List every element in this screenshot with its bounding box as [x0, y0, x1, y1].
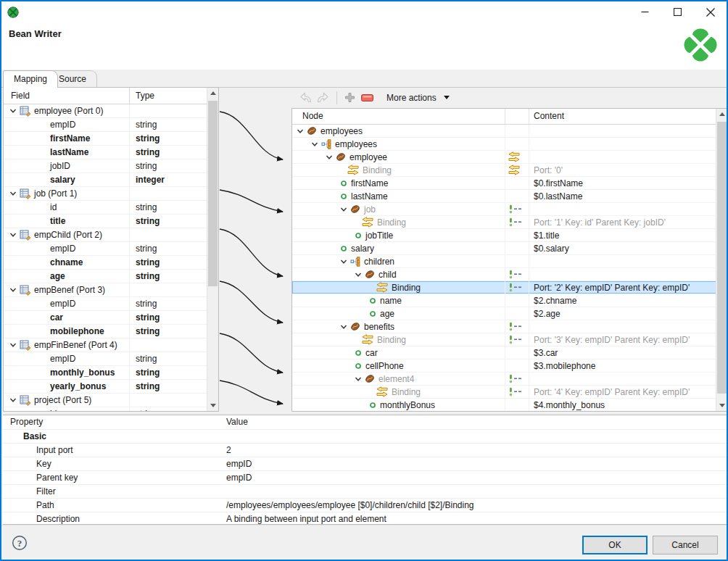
chevron-down-icon: [9, 190, 17, 197]
left-field-row[interactable]: monthly_bonusstring: [4, 366, 218, 380]
left-port-row[interactable]: project (Port 5): [4, 394, 218, 407]
field-cell: salary: [4, 173, 130, 186]
tree-row[interactable]: BindingPort: '3' Key: empID' Parent Key:…: [292, 333, 727, 346]
left-port-row[interactable]: empBenef (Port 3): [4, 283, 218, 297]
left-port-row[interactable]: employee (Port 0): [4, 104, 218, 118]
type-cell: string: [130, 381, 218, 391]
left-field-row[interactable]: titlestring: [4, 215, 218, 228]
close-button[interactable]: [694, 1, 727, 22]
tree-row[interactable]: BindingPort: '4' Key: empID' Parent Key:…: [292, 386, 727, 399]
redo-icon[interactable]: [315, 90, 331, 106]
left-table-scrollbar[interactable]: [207, 88, 218, 411]
node-cell: car: [292, 346, 505, 359]
add-element-icon[interactable]: [342, 90, 357, 106]
tab-source-label: Source: [59, 74, 86, 84]
tree-row[interactable]: employee: [292, 151, 727, 164]
scroll-up-icon[interactable]: [207, 88, 218, 99]
tree-row[interactable]: name$2.chname: [292, 294, 727, 307]
title-bar[interactable]: [1, 1, 727, 23]
mapping-status-cell: [505, 268, 529, 280]
scroll-down-icon[interactable]: [716, 400, 727, 411]
left-field-row[interactable]: mobilephonestring: [4, 325, 218, 338]
tree-row[interactable]: BindingPort: '1' Key: id' Parent Key: jo…: [292, 216, 727, 229]
property-value: empID: [219, 473, 728, 483]
undo-icon[interactable]: [297, 90, 313, 106]
property-row[interactable]: Input port2: [3, 443, 728, 457]
tree-row[interactable]: salary$0.salary: [292, 242, 727, 255]
app-icon: [7, 7, 19, 18]
field-cell: employee (Port 0): [4, 104, 130, 117]
left-field-row[interactable]: chnamestring: [4, 256, 218, 270]
tree-row[interactable]: element4: [292, 373, 727, 386]
tree-row[interactable]: children: [292, 255, 727, 268]
tree-row[interactable]: employees: [292, 125, 727, 138]
scroll-down-icon[interactable]: [207, 400, 218, 411]
left-field-row[interactable]: empIDstring: [4, 242, 218, 256]
property-row[interactable]: Path/employees/employees/employee [$0]/c…: [3, 498, 728, 512]
tree-scrollbar[interactable]: [716, 109, 727, 411]
left-field-row[interactable]: empIDstring: [4, 352, 218, 366]
left-field-row[interactable]: carstring: [4, 311, 218, 325]
tree-row[interactable]: employees: [292, 138, 727, 151]
left-port-row[interactable]: empChild (Port 2): [4, 228, 218, 242]
node-cell: child: [292, 268, 505, 280]
left-field-row[interactable]: yearly_bonusstring: [4, 380, 218, 394]
tree-row[interactable]: child: [292, 268, 727, 281]
bean-icon: [365, 270, 375, 279]
left-field-row[interactable]: agestring: [4, 270, 218, 283]
content-cell: $0.salary: [529, 244, 727, 254]
tree-row[interactable]: age$2.age: [292, 307, 727, 320]
property-row[interactable]: Filter: [3, 484, 728, 498]
leaf-icon: [355, 232, 362, 239]
tab-mapping[interactable]: Mapping: [3, 70, 58, 88]
maximize-button[interactable]: [661, 1, 694, 22]
tree-row[interactable]: BindingPort: '0': [292, 164, 727, 177]
scrollbar-thumb[interactable]: [717, 122, 727, 394]
node-cell: cellPhone: [292, 360, 505, 372]
ref-icon: [508, 270, 523, 279]
left-field-row[interactable]: jobIDstring: [4, 159, 218, 173]
minimize-button[interactable]: [629, 1, 661, 22]
type-cell: string: [130, 312, 218, 323]
tree-row[interactable]: monthlyBonus$4.monthly_bonus: [292, 399, 727, 412]
tree-row[interactable]: cellPhone$3.mobilephone: [292, 360, 727, 373]
left-port-row[interactable]: job (Port 1): [4, 187, 218, 201]
tab-mapping-label: Mapping: [14, 74, 47, 84]
scroll-up-icon[interactable]: [716, 109, 727, 120]
property-value: empID: [219, 459, 728, 469]
left-field-row[interactable]: idstring: [4, 407, 218, 412]
scrollbar-thumb[interactable]: [208, 101, 218, 286]
left-port-row[interactable]: empFinBenef (Port 4): [4, 338, 218, 352]
tree-row[interactable]: job: [292, 203, 727, 216]
node-label: element4: [379, 374, 414, 384]
leaf-icon: [340, 245, 347, 252]
tree-row[interactable]: benefits: [292, 320, 727, 333]
left-field-row[interactable]: salaryinteger: [4, 173, 218, 187]
left-field-row[interactable]: empIDstring: [4, 297, 218, 311]
tree-row[interactable]: car$3.car: [292, 346, 727, 360]
mapping-status-cell: [505, 373, 529, 385]
left-field-row[interactable]: idstring: [4, 201, 218, 215]
property-row[interactable]: Parent keyempID: [3, 470, 728, 484]
chevron-down-icon: [355, 271, 362, 278]
property-row[interactable]: DescriptionA binding between input port …: [3, 512, 728, 525]
tree-row[interactable]: lastName$0.lastName: [292, 190, 727, 203]
left-field-row[interactable]: empIDstring: [4, 118, 218, 132]
tree-row[interactable]: jobTitle$1.title: [292, 229, 727, 242]
property-row[interactable]: KeyempID: [3, 457, 728, 470]
remove-element-icon[interactable]: [359, 90, 375, 106]
more-actions-button[interactable]: More actions: [382, 91, 454, 104]
cancel-button[interactable]: Cancel: [653, 536, 718, 554]
ref-icon: [508, 374, 523, 383]
left-field-row[interactable]: lastNamestring: [4, 146, 218, 159]
field-label: project (Port 5): [34, 395, 91, 405]
ok-button[interactable]: OK: [582, 536, 648, 554]
logo-icon: [683, 28, 718, 62]
tree-row[interactable]: firstName$0.firstName: [292, 177, 727, 190]
content-cell: Port: '0': [529, 165, 727, 175]
help-icon[interactable]: ?: [12, 535, 28, 551]
tree-row[interactable]: BindingPort: '2' Key: empID' Parent Key:…: [292, 281, 727, 294]
left-field-row[interactable]: firstNamestring: [4, 132, 218, 146]
property-row[interactable]: Basic: [3, 429, 728, 443]
bean-icon: [350, 322, 360, 331]
